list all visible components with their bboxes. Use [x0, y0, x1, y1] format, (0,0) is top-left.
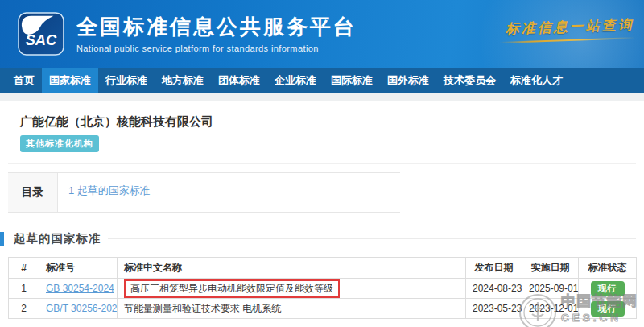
nav-shadow-strip [0, 93, 644, 101]
status-cell: 现行 [579, 299, 637, 319]
platform-subtitle: National public service platform for sta… [76, 43, 357, 53]
slogan-underline [499, 37, 634, 43]
section-divider-line [108, 238, 637, 239]
toc-label: 目录 [8, 173, 58, 212]
publish-date-cell: 2024-08-23 [466, 279, 522, 299]
standard-code-link[interactable]: GB/T 30256-2023 [46, 303, 118, 314]
implement-date-cell: 2025-09-01 [522, 279, 579, 299]
nav-item-group-standards[interactable]: 团体标准 [218, 68, 260, 93]
publish-date-cell: 2023-05-23 [466, 299, 522, 319]
col-header-standard-code: 标准号 [39, 258, 118, 279]
toc-link-drafted-national-standards[interactable]: 1 起草的国家标准 [68, 184, 151, 197]
nav-item-enterprise-standards[interactable]: 企业标准 [275, 68, 316, 93]
table-row: 2GB/T 30256-2023节能量测量和验证技术要求 电机系统2023-05… [9, 299, 637, 319]
standard-name: 节能量测量和验证技术要求 电机系统 [124, 303, 281, 314]
standard-code-link[interactable]: GB 30254-2024 [46, 283, 114, 294]
nav-item-foreign-standards[interactable]: 国外标准 [387, 68, 429, 93]
row-index-cell: 1 [9, 279, 39, 299]
table-header-row: # 标准号 标准中文名称 发布日期 实施日期 标准状态 [9, 258, 637, 279]
standard-name-cell: 高压三相笼型异步电动机能效限定值及能效等级 [118, 279, 466, 299]
platform-title: 全国标准信息公共服务平台 [76, 14, 357, 39]
sac-logo[interactable]: SAC [18, 12, 64, 56]
svg-text:SAC: SAC [26, 31, 57, 48]
status-badge: 现行 [591, 281, 625, 296]
section-accent-bar [0, 232, 4, 246]
sac-logo-icon: SAC [18, 12, 64, 56]
nav-item-local-standards[interactable]: 地方标准 [162, 68, 204, 93]
standard-name-cell: 节能量测量和验证技术要求 电机系统 [118, 299, 466, 319]
table-row: 1GB 30254-2024高压三相笼型异步电动机能效限定值及能效等级2024-… [9, 279, 637, 299]
org-header: 广能亿能（北京）核能科技有限公司 其他标准化机构 [0, 101, 644, 152]
slogan-calligraphy: 标准信息一站查询 [499, 15, 635, 43]
nav-item-home[interactable]: 首页 [14, 68, 35, 93]
nav-item-national-standards[interactable]: 国家标准 [42, 68, 98, 93]
col-header-publish-date: 发布日期 [466, 258, 522, 279]
col-header-index: # [9, 258, 39, 279]
implement-date-cell: 2023-12-01 [522, 299, 579, 319]
top-banner: SAC 全国标准信息公共服务平台 National public service… [0, 0, 644, 68]
toc-box: 目录 1 起草的国家标准 [8, 172, 400, 213]
section-title: 起草的国家标准 [14, 231, 101, 246]
org-name: 广能亿能（北京）核能科技有限公司 [20, 114, 624, 130]
section-header: 起草的国家标准 [0, 231, 644, 246]
main-nav: 首页国家标准行业标准地方标准团体标准企业标准国际标准国外标准技术委员会标准化人才 [0, 68, 644, 93]
col-header-implement-date: 实施日期 [522, 258, 579, 279]
status-cell: 现行 [579, 279, 637, 299]
org-type-badge: 其他标准化机构 [20, 135, 99, 152]
row-index-cell: 2 [9, 299, 39, 319]
col-header-standard-name: 标准中文名称 [118, 258, 466, 279]
org-divider [8, 164, 636, 164]
nav-item-technical-committee[interactable]: 技术委员会 [444, 68, 496, 93]
nav-item-industry-standards[interactable]: 行业标准 [105, 68, 147, 93]
standards-table: # 标准号 标准中文名称 发布日期 实施日期 标准状态 1GB 30254-20… [8, 257, 637, 319]
standard-code-cell: GB/T 30256-2023 [39, 299, 118, 319]
standard-code-cell: GB 30254-2024 [39, 279, 118, 299]
col-header-status: 标准状态 [579, 258, 637, 279]
nav-item-international-standards[interactable]: 国际标准 [331, 68, 373, 93]
page: SAC 全国标准信息公共服务平台 National public service… [0, 0, 644, 327]
standard-name-highlighted: 高压三相笼型异步电动机能效限定值及能效等级 [124, 279, 340, 298]
status-badge: 现行 [591, 301, 625, 317]
nav-item-standardization-talent[interactable]: 标准化人才 [510, 68, 563, 93]
